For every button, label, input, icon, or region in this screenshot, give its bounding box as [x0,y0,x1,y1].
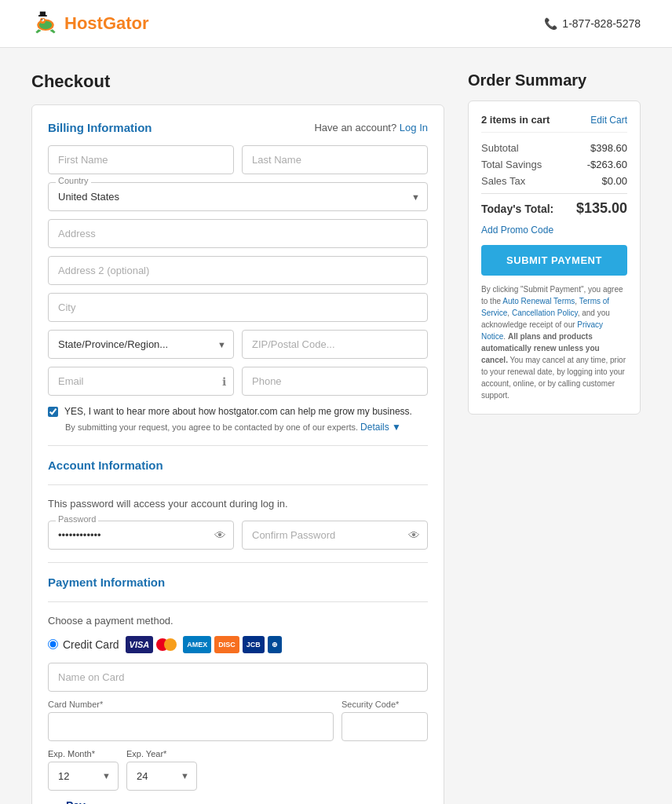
billing-section-header: Billing Information Have an account? Log… [48,121,428,134]
marketing-checkbox-label[interactable]: YES, I want to hear more about how hostg… [64,405,412,418]
state-select[interactable]: State/Province/Region... [48,330,234,359]
marketing-checkbox-row: YES, I want to hear more about how hostg… [48,405,428,418]
exp-year-select-wrapper: 24 252627 282930 ▼ [126,762,197,791]
checkout-card: Billing Information Have an account? Log… [31,104,444,804]
left-column: Checkout Billing Information Have an acc… [31,71,444,804]
last-name-group [242,145,428,174]
password-group: Password 👁 [48,521,234,550]
phone-number: 1-877-828-5278 [562,17,641,30]
password-floating-wrapper: Password 👁 [48,521,234,550]
name-row [48,145,428,174]
email-input[interactable] [48,367,234,396]
credit-card-radio-label[interactable]: Credit Card [48,638,119,651]
country-select[interactable]: United States Canada United Kingdom Aust… [48,182,428,211]
address-input[interactable] [48,219,428,248]
divider-account [48,484,428,485]
promo-link[interactable]: Add Promo Code [481,225,627,236]
cart-items-text: 2 items in cart [481,114,550,126]
exp-month-select[interactable]: 12 1234 5678 91011 [48,762,119,791]
phone-group [242,367,428,396]
card-number-label: Card Number* [48,700,334,709]
state-select-wrapper: State/Province/Region... ▼ [48,330,234,359]
city-group [48,293,428,322]
hostgator-logo-icon [31,9,60,38]
card-number-security-row: Card Number* Security Code* [48,700,428,741]
zip-group [242,330,428,359]
country-wrapper: Country United States Canada United King… [48,182,428,211]
phone-icon: 📞 [544,17,557,30]
order-summary-card: 2 items in cart Edit Cart Subtotal $398.… [468,100,641,415]
jcb-icon: JCB [243,636,265,653]
password-row: Password 👁 👁 [48,521,428,550]
exp-month-select-wrapper: 12 1234 5678 91011 ▼ [48,762,119,791]
zip-input[interactable] [242,330,428,359]
name-on-card-row [48,663,428,692]
first-name-input[interactable] [48,145,234,174]
edit-cart-link[interactable]: Edit Cart [590,115,627,126]
info-icon: ℹ [222,375,226,388]
credit-card-radio[interactable] [48,639,58,649]
exp-year-group: Exp. Year* 24 252627 282930 ▼ [126,749,197,791]
payment-subtitle: Choose a payment method. [48,615,428,627]
total-value: $135.00 [576,200,627,217]
payment-icons: VISA AMEX DISC JCB ⊕ [126,636,282,653]
eye-icon[interactable]: 👁 [214,528,226,542]
security-code-input[interactable] [341,712,428,741]
last-name-input[interactable] [242,145,428,174]
security-code-group: Security Code* [341,700,428,741]
amex-icon: AMEX [183,636,211,653]
submitting-text: By submitting your request, you agree to… [65,422,428,433]
address2-input[interactable] [48,256,428,285]
subtotal-label: Subtotal [481,142,519,154]
address2-row [48,256,428,285]
logo: HostGator [31,9,149,38]
card-number-input[interactable] [48,712,334,741]
exp-year-select[interactable]: 24 252627 282930 [126,762,197,791]
savings-value: -$263.60 [587,159,627,170]
svg-marker-5 [35,29,41,33]
exp-month-label: Exp. Month* [48,749,119,758]
country-select-wrapper: United States Canada United Kingdom Aust… [48,182,428,211]
svg-rect-8 [40,12,46,16]
payment-section-title: Payment Information [48,576,428,589]
password-input[interactable] [48,521,234,550]
have-account-text: Have an account? Log In [314,122,428,133]
tax-label: Sales Tax [481,175,525,187]
phone-info: 📞 1-877-828-5278 [544,17,641,30]
marketing-checkbox[interactable] [48,407,58,417]
submit-payment-button[interactable]: SUBMIT PAYMENT [481,245,627,276]
account-section-title: Account Information [48,459,428,472]
expiry-row: Exp. Month* 12 1234 5678 91011 ▼ Exp. Ye… [48,749,428,791]
eye-icon-confirm[interactable]: 👁 [408,528,420,542]
order-summary-title: Order Summary [468,71,641,90]
svg-point-4 [42,19,43,20]
auto-renewal-terms-link[interactable]: Auto Renewal Terms [502,297,575,305]
login-link[interactable]: Log In [400,122,428,133]
credit-card-label: Credit Card [63,638,119,651]
state-group: State/Province/Region... ▼ [48,330,234,359]
savings-line: Total Savings -$263.60 [481,159,627,170]
mastercard-icon [156,637,180,652]
phone-input[interactable] [242,367,428,396]
name-on-card-group [48,663,428,692]
visa-icon: VISA [126,636,154,653]
paypal-logo: Pay Pal [66,800,86,804]
paypal-method-row: Pay Pal [48,800,428,804]
password-label: Password [56,514,98,524]
cancellation-policy-link[interactable]: Cancellation Policy [512,309,578,317]
savings-label: Total Savings [481,159,542,170]
confirm-password-group: 👁 [242,521,428,550]
subtotal-value: $398.60 [590,142,627,154]
right-column: Order Summary 2 items in cart Edit Cart … [468,71,641,415]
tax-line: Sales Tax $0.00 [481,175,627,187]
tax-value: $0.00 [601,175,627,187]
card-number-group: Card Number* [48,700,334,741]
email-phone-row: ℹ [48,367,428,396]
confirm-password-input[interactable] [242,521,428,550]
billing-section-title: Billing Information [48,121,152,134]
name-on-card-input[interactable] [48,663,428,692]
city-input[interactable] [48,293,428,322]
total-line: Today's Total: $135.00 [481,200,627,217]
details-link[interactable]: Details ▼ [360,422,401,433]
security-code-label: Security Code* [341,700,428,709]
